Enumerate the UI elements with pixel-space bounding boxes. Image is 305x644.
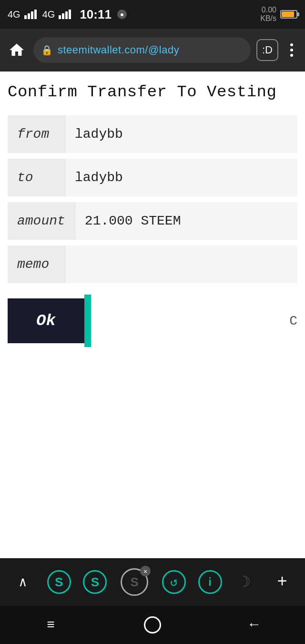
status-left: 4G 4G 10:11 ● [8,7,127,22]
tab2-icon: S [91,575,99,590]
url-path: /@lady [145,44,179,56]
up-arrow-icon: ∧ [19,574,27,590]
page-content: Confirm Transfer To Vesting from ladybb … [0,72,305,358]
time-display: 10:11 [80,7,112,22]
tab2-circle: S [83,570,107,594]
refresh-circle: ↺ [162,570,186,594]
system-home-button[interactable] [138,611,167,639]
close-tab-icon[interactable]: ✕ [140,566,151,576]
battery-icon [280,10,297,19]
lock-icon: 🔒 [41,44,53,56]
browser-home-button[interactable] [6,39,28,61]
from-label: from [8,115,65,153]
cancel-initial[interactable]: C [289,314,297,328]
browser-menu-button[interactable] [284,43,299,57]
active-tab-circle: S ✕ [121,568,148,596]
ok-button[interactable]: Ok [8,298,84,343]
nav-new-tab[interactable]: + [269,569,295,595]
notification-dot: ● [117,10,127,19]
from-value: ladybb [65,115,297,153]
data-unit: KB/s [260,14,276,23]
info-icon: i [208,575,212,589]
amount-value: 21.000 STEEM [75,202,297,240]
hamburger-icon: ≡ [47,618,55,633]
active-tab-icon: S [130,575,138,590]
to-value: ladybb [65,159,297,196]
menu-dot-3 [290,54,293,57]
system-menu-button[interactable]: ≡ [37,611,65,639]
back-arrow-icon: ← [250,617,258,633]
moon-icon: ☽ [242,572,251,592]
browser-bar: 🔒 steemitwallet.com/@lady :D [0,29,305,72]
status-bar: 4G 4G 10:11 ● 0.00 KB/s [0,0,305,29]
system-nav: ≡ ← [0,606,305,644]
url-bar[interactable]: 🔒 steemitwallet.com/@lady [33,37,251,63]
to-label: to [8,159,65,196]
tab1-icon: S [55,575,63,590]
info-circle: i [198,570,222,594]
field-row-to: to ladybb [8,159,297,196]
nav-info[interactable]: i [197,569,224,595]
emoji-label: :D [262,44,273,56]
button-row: Ok C [8,295,297,347]
network-label-2: 4G [42,9,55,20]
system-back-button[interactable]: ← [240,611,268,639]
nav-tab-2[interactable]: S [81,569,108,595]
menu-dot-1 [290,43,293,46]
nav-tab-1[interactable]: S [46,569,72,595]
nav-refresh[interactable]: ↺ [161,569,187,595]
ok-button-accent [84,295,91,347]
memo-label: memo [8,245,65,283]
signal-bars-2 [59,10,71,19]
field-row-from: from ladybb [8,115,297,153]
amount-label: amount [8,202,75,240]
url-text: steemitwallet.com/@lady [58,44,179,56]
menu-dot-2 [290,49,293,51]
plus-icon: + [277,572,287,592]
signal-bars-1 [24,10,37,19]
nav-tab-active[interactable]: S ✕ [118,565,151,599]
home-circle-icon [144,616,161,634]
page-title: Confirm Transfer To Vesting [8,83,297,101]
memo-value [65,245,297,283]
field-row-amount: amount 21.000 STEEM [8,202,297,240]
nav-scroll-up[interactable]: ∧ [10,569,36,595]
tab1-circle: S [47,570,71,594]
nav-night-mode[interactable]: ☽ [233,569,259,595]
back-nav-icon: ↺ [170,574,178,590]
field-row-memo: memo [8,245,297,283]
status-right: 0.00 KB/s [260,6,297,23]
home-icon [8,41,25,59]
emoji-button[interactable]: :D [256,39,278,61]
url-domain: steemitwallet.com [58,44,145,56]
bottom-nav: ∧ S S S ✕ ↺ i ☽ + [0,558,305,606]
data-speed: 0.00 [262,6,276,14]
network-label-1: 4G [8,9,20,20]
